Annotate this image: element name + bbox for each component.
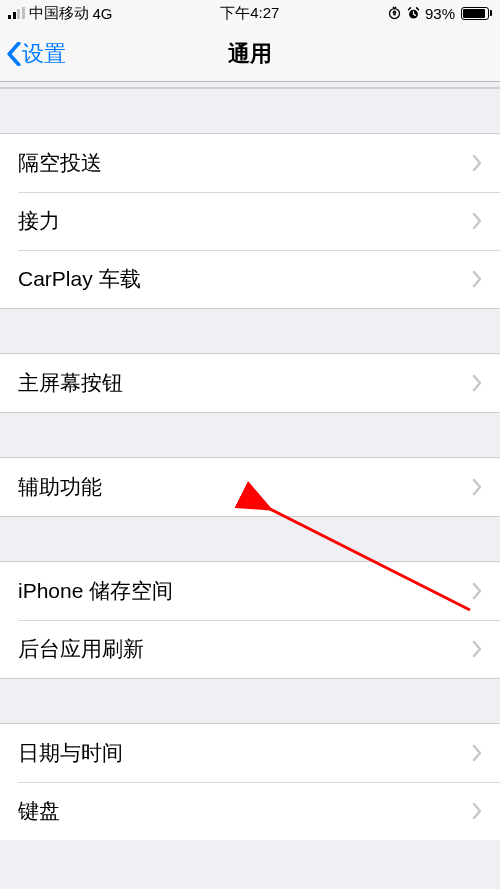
row-datetime[interactable]: 日期与时间 <box>0 724 500 782</box>
row-keyboard[interactable]: 键盘 <box>0 782 500 840</box>
row-label: 日期与时间 <box>18 739 472 767</box>
battery-fill <box>463 9 485 18</box>
row-label: 隔空投送 <box>18 149 472 177</box>
row-carplay[interactable]: CarPlay 车载 <box>0 250 500 308</box>
row-handoff[interactable]: 接力 <box>0 192 500 250</box>
page-title: 通用 <box>0 39 500 69</box>
chevron-right-icon <box>472 374 482 392</box>
section-gap <box>0 678 500 724</box>
settings-group: iPhone 储存空间 后台应用刷新 <box>0 562 500 678</box>
section-gap <box>0 308 500 354</box>
battery-icon <box>461 7 492 20</box>
chevron-left-icon <box>6 42 22 66</box>
orientation-lock-icon <box>387 6 402 21</box>
network-label: 4G <box>93 5 113 22</box>
chevron-right-icon <box>472 744 482 762</box>
row-label: 后台应用刷新 <box>18 635 472 663</box>
row-label: 辅助功能 <box>18 473 472 501</box>
alarm-icon <box>406 6 421 21</box>
section-gap <box>0 516 500 562</box>
chevron-right-icon <box>472 270 482 288</box>
row-label: iPhone 储存空间 <box>18 577 472 605</box>
status-right: 93% <box>387 5 492 22</box>
battery-percent: 93% <box>425 5 455 22</box>
row-airdrop[interactable]: 隔空投送 <box>0 134 500 192</box>
chevron-right-icon <box>472 802 482 820</box>
row-bgrefresh[interactable]: 后台应用刷新 <box>0 620 500 678</box>
section-gap <box>0 412 500 458</box>
settings-group: 隔空投送 接力 CarPlay 车载 <box>0 134 500 308</box>
row-label: 键盘 <box>18 797 472 825</box>
chevron-right-icon <box>472 640 482 658</box>
carrier-label: 中国移动 <box>29 4 89 23</box>
status-bar: 中国移动 4G 下午4:27 93% <box>0 0 500 26</box>
row-label: 主屏幕按钮 <box>18 369 472 397</box>
signal-strength-icon <box>8 7 25 19</box>
back-button[interactable]: 设置 <box>0 39 66 69</box>
row-homebutton[interactable]: 主屏幕按钮 <box>0 354 500 412</box>
chevron-right-icon <box>472 154 482 172</box>
status-left: 中国移动 4G <box>8 4 113 23</box>
status-time: 下午4:27 <box>220 4 279 23</box>
chevron-right-icon <box>472 212 482 230</box>
back-label: 设置 <box>22 39 66 69</box>
row-label: 接力 <box>18 207 472 235</box>
row-accessibility[interactable]: 辅助功能 <box>0 458 500 516</box>
settings-group: 日期与时间 键盘 <box>0 724 500 840</box>
settings-group: 主屏幕按钮 <box>0 354 500 412</box>
section-gap <box>0 88 500 134</box>
row-label: CarPlay 车载 <box>18 265 472 293</box>
chevron-right-icon <box>472 582 482 600</box>
settings-group: 辅助功能 <box>0 458 500 516</box>
nav-bar: 设置 通用 <box>0 26 500 82</box>
chevron-right-icon <box>472 478 482 496</box>
row-storage[interactable]: iPhone 储存空间 <box>0 562 500 620</box>
